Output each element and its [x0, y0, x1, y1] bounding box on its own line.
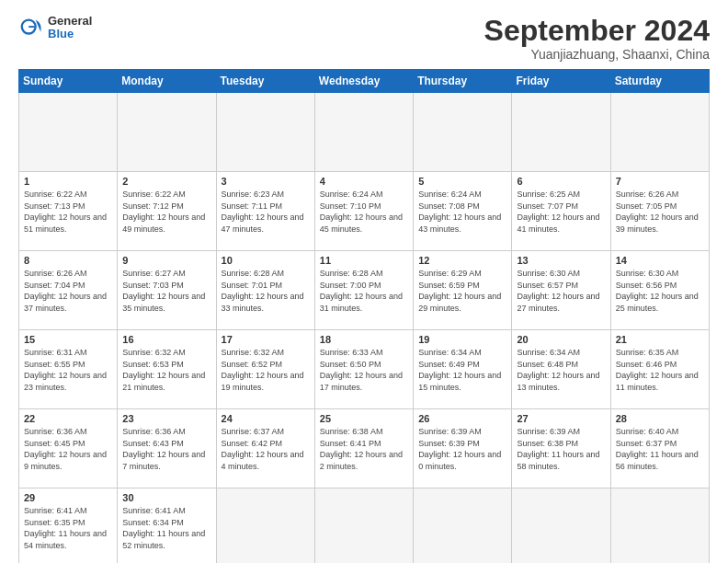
day-number: 11	[320, 255, 408, 266]
table-row: 21Sunrise: 6:35 AMSunset: 6:46 PMDayligh…	[610, 330, 709, 409]
table-row	[414, 93, 512, 172]
logo-general-text: General	[48, 15, 92, 28]
table-row: 9Sunrise: 6:27 AMSunset: 7:03 PMDaylight…	[118, 251, 216, 330]
calendar-week-row: 1Sunrise: 6:22 AMSunset: 7:13 PMDaylight…	[19, 172, 710, 251]
day-number: 7	[616, 176, 704, 187]
day-number: 1	[24, 176, 112, 187]
title-month: September 2024	[484, 15, 710, 47]
day-number: 16	[122, 334, 210, 345]
table-row	[118, 93, 216, 172]
table-row: 20Sunrise: 6:34 AMSunset: 6:48 PMDayligh…	[512, 330, 610, 409]
day-info: Sunrise: 6:34 AMSunset: 6:48 PMDaylight:…	[517, 347, 605, 393]
table-row: 19Sunrise: 6:34 AMSunset: 6:49 PMDayligh…	[414, 330, 512, 409]
col-thursday: Thursday	[414, 70, 512, 93]
title-block: September 2024 Yuanjiazhuang, Shaanxi, C…	[484, 15, 710, 62]
day-info: Sunrise: 6:39 AMSunset: 6:38 PMDaylight:…	[517, 426, 605, 472]
table-row: 24Sunrise: 6:37 AMSunset: 6:42 PMDayligh…	[216, 409, 314, 488]
table-row	[314, 488, 413, 563]
table-row	[414, 488, 512, 563]
col-sunday: Sunday	[19, 70, 118, 93]
day-number: 13	[517, 255, 605, 266]
day-info: Sunrise: 6:38 AMSunset: 6:41 PMDaylight:…	[320, 426, 408, 472]
day-info: Sunrise: 6:28 AMSunset: 7:01 PMDaylight:…	[222, 268, 310, 314]
table-row: 23Sunrise: 6:36 AMSunset: 6:43 PMDayligh…	[118, 409, 216, 488]
day-number: 17	[222, 334, 310, 345]
table-row	[19, 93, 118, 172]
table-row: 18Sunrise: 6:33 AMSunset: 6:50 PMDayligh…	[314, 330, 413, 409]
day-number: 30	[122, 492, 210, 503]
day-info: Sunrise: 6:40 AMSunset: 6:37 PMDaylight:…	[616, 426, 704, 472]
table-row: 25Sunrise: 6:38 AMSunset: 6:41 PMDayligh…	[314, 409, 413, 488]
table-row	[512, 93, 610, 172]
day-info: Sunrise: 6:35 AMSunset: 6:46 PMDaylight:…	[616, 347, 704, 393]
logo-text: General Blue	[48, 15, 92, 41]
day-number: 29	[24, 492, 112, 503]
day-info: Sunrise: 6:34 AMSunset: 6:49 PMDaylight:…	[418, 347, 506, 393]
title-location: Yuanjiazhuang, Shaanxi, China	[484, 47, 710, 62]
day-number: 6	[517, 176, 605, 187]
day-number: 26	[418, 413, 506, 424]
table-row: 29Sunrise: 6:41 AMSunset: 6:35 PMDayligh…	[19, 488, 118, 563]
day-info: Sunrise: 6:41 AMSunset: 6:34 PMDaylight:…	[122, 505, 210, 551]
day-info: Sunrise: 6:26 AMSunset: 7:04 PMDaylight:…	[24, 268, 112, 314]
day-number: 25	[320, 413, 408, 424]
day-number: 21	[616, 334, 704, 345]
calendar-week-row: 15Sunrise: 6:31 AMSunset: 6:55 PMDayligh…	[19, 330, 710, 409]
table-row	[610, 488, 709, 563]
day-info: Sunrise: 6:37 AMSunset: 6:42 PMDaylight:…	[222, 426, 310, 472]
table-row: 14Sunrise: 6:30 AMSunset: 6:56 PMDayligh…	[610, 251, 709, 330]
table-row: 16Sunrise: 6:32 AMSunset: 6:53 PMDayligh…	[118, 330, 216, 409]
col-friday: Friday	[512, 70, 610, 93]
calendar-week-row: 29Sunrise: 6:41 AMSunset: 6:35 PMDayligh…	[19, 488, 710, 563]
day-info: Sunrise: 6:31 AMSunset: 6:55 PMDaylight:…	[24, 347, 112, 393]
day-info: Sunrise: 6:41 AMSunset: 6:35 PMDaylight:…	[24, 505, 112, 551]
calendar-week-row	[19, 93, 710, 172]
col-saturday: Saturday	[610, 70, 709, 93]
calendar-header-row: Sunday Monday Tuesday Wednesday Thursday…	[19, 70, 710, 93]
day-info: Sunrise: 6:27 AMSunset: 7:03 PMDaylight:…	[122, 268, 210, 314]
table-row: 26Sunrise: 6:39 AMSunset: 6:39 PMDayligh…	[414, 409, 512, 488]
table-row: 1Sunrise: 6:22 AMSunset: 7:13 PMDaylight…	[19, 172, 118, 251]
day-number: 23	[122, 413, 210, 424]
calendar-week-row: 8Sunrise: 6:26 AMSunset: 7:04 PMDaylight…	[19, 251, 710, 330]
day-number: 14	[616, 255, 704, 266]
day-number: 15	[24, 334, 112, 345]
day-number: 2	[122, 176, 210, 187]
day-info: Sunrise: 6:36 AMSunset: 6:45 PMDaylight:…	[24, 426, 112, 472]
day-number: 18	[320, 334, 408, 345]
table-row: 15Sunrise: 6:31 AMSunset: 6:55 PMDayligh…	[19, 330, 118, 409]
table-row: 27Sunrise: 6:39 AMSunset: 6:38 PMDayligh…	[512, 409, 610, 488]
table-row	[314, 93, 413, 172]
table-row	[610, 93, 709, 172]
day-info: Sunrise: 6:33 AMSunset: 6:50 PMDaylight:…	[320, 347, 408, 393]
day-number: 19	[418, 334, 506, 345]
day-info: Sunrise: 6:26 AMSunset: 7:05 PMDaylight:…	[616, 189, 704, 235]
day-info: Sunrise: 6:24 AMSunset: 7:08 PMDaylight:…	[418, 189, 506, 235]
table-row: 17Sunrise: 6:32 AMSunset: 6:52 PMDayligh…	[216, 330, 314, 409]
table-row: 7Sunrise: 6:26 AMSunset: 7:05 PMDaylight…	[610, 172, 709, 251]
day-number: 5	[418, 176, 506, 187]
day-info: Sunrise: 6:29 AMSunset: 6:59 PMDaylight:…	[418, 268, 506, 314]
day-info: Sunrise: 6:25 AMSunset: 7:07 PMDaylight:…	[517, 189, 605, 235]
table-row: 13Sunrise: 6:30 AMSunset: 6:57 PMDayligh…	[512, 251, 610, 330]
table-row: 4Sunrise: 6:24 AMSunset: 7:10 PMDaylight…	[314, 172, 413, 251]
calendar-table: Sunday Monday Tuesday Wednesday Thursday…	[18, 69, 710, 563]
table-row: 10Sunrise: 6:28 AMSunset: 7:01 PMDayligh…	[216, 251, 314, 330]
header: General Blue September 2024 Yuanjiazhuan…	[18, 15, 710, 62]
logo-blue-text: Blue	[48, 28, 92, 40]
day-info: Sunrise: 6:22 AMSunset: 7:12 PMDaylight:…	[122, 189, 210, 235]
day-number: 3	[222, 176, 310, 187]
day-info: Sunrise: 6:28 AMSunset: 7:00 PMDaylight:…	[320, 268, 408, 314]
day-number: 28	[616, 413, 704, 424]
table-row: 30Sunrise: 6:41 AMSunset: 6:34 PMDayligh…	[118, 488, 216, 563]
day-info: Sunrise: 6:39 AMSunset: 6:39 PMDaylight:…	[418, 426, 506, 472]
day-number: 27	[517, 413, 605, 424]
day-info: Sunrise: 6:30 AMSunset: 6:57 PMDaylight:…	[517, 268, 605, 314]
col-wednesday: Wednesday	[314, 70, 413, 93]
table-row: 5Sunrise: 6:24 AMSunset: 7:08 PMDaylight…	[414, 172, 512, 251]
calendar-week-row: 22Sunrise: 6:36 AMSunset: 6:45 PMDayligh…	[19, 409, 710, 488]
day-info: Sunrise: 6:23 AMSunset: 7:11 PMDaylight:…	[222, 189, 310, 235]
col-tuesday: Tuesday	[216, 70, 314, 93]
table-row: 22Sunrise: 6:36 AMSunset: 6:45 PMDayligh…	[19, 409, 118, 488]
table-row: 12Sunrise: 6:29 AMSunset: 6:59 PMDayligh…	[414, 251, 512, 330]
